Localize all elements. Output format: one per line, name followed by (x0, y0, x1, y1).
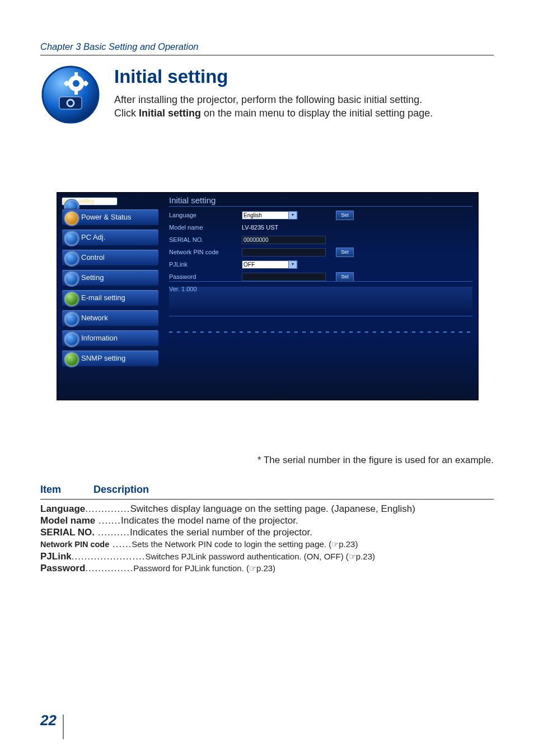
label-password: Password (169, 273, 242, 281)
chevron-down-icon: ▾ (288, 260, 297, 269)
sidebar: Initial setting Power & Status PC Adj. C… (62, 197, 159, 370)
sidebar-item-email[interactable]: E-mail setting (62, 290, 159, 306)
desc-key: Password (40, 563, 85, 573)
sidebar-item-label: Information (81, 333, 118, 343)
pin-input[interactable] (242, 248, 326, 256)
desc-key: Language (40, 503, 85, 514)
page-number: 22 (40, 711, 57, 730)
set-button[interactable]: Set (336, 248, 354, 257)
intro-line2b: on the main menu to display the initial … (201, 108, 433, 119)
sidebar-item-label: Network (81, 313, 108, 323)
sidebar-item-label: E-mail setting (81, 293, 125, 303)
dots: ....................... (72, 551, 146, 562)
svg-rect-5 (74, 90, 78, 95)
page-number-bar (63, 715, 64, 739)
mail-icon (64, 291, 79, 307)
desc-key: Network PIN code (40, 540, 109, 549)
sidebar-item-information[interactable]: Information (62, 330, 159, 347)
screenshot: Initial setting Power & Status PC Adj. C… (57, 192, 479, 400)
desc-val: Indicates the model name of the projecto… (121, 515, 298, 526)
intro-text: After installing the projector, perform … (114, 93, 433, 120)
intro-bold: Initial setting (139, 108, 201, 119)
intro-line1: After installing the projector, perform … (114, 94, 422, 105)
desc-val: Password for PJLink function. (☞p.23) (133, 563, 275, 573)
sidebar-item-snmp[interactable]: SNMP setting (62, 350, 159, 367)
dots: ....... (95, 515, 121, 526)
password-input[interactable] (242, 273, 326, 281)
info-icon (64, 332, 79, 347)
desc-row: PJLink.......................Switches PJ… (40, 550, 494, 562)
desc-val: Switches PJLink password authentication.… (145, 552, 375, 561)
pjlink-select[interactable]: OFF▾ (242, 260, 298, 269)
header-rule (40, 55, 494, 55)
intro-line2a: Click (114, 108, 139, 119)
divider (169, 316, 472, 316)
divider (169, 281, 472, 282)
pc-icon (64, 231, 79, 246)
sidebar-item-label: Control (81, 253, 105, 263)
chevron-down-icon: ▾ (288, 211, 297, 220)
panel-underline (169, 206, 472, 207)
desc-row: SERIAL NO. ..........Indicates the seria… (40, 526, 494, 538)
sidebar-item-control[interactable]: Control (62, 249, 159, 266)
sidebar-item-network[interactable]: Network (62, 310, 159, 326)
table-header: Item Description (40, 483, 494, 496)
label-serial: SERIAL NO. (169, 236, 242, 244)
label-pjlink: PJLink (169, 260, 242, 269)
desc-val: Switches display language on the setting… (130, 503, 415, 514)
model-value: LV-8235 UST (242, 223, 278, 232)
desc-key: SERIAL NO. (40, 527, 95, 538)
desc-val: Indicates the serial number of the proje… (130, 527, 312, 538)
svg-rect-4 (74, 72, 78, 77)
sidebar-item-label: Setting (81, 273, 104, 283)
panel-title: Initial setting (169, 195, 216, 206)
control-icon (64, 251, 79, 267)
desc-key: Model name (40, 515, 95, 526)
form: Language English▾ Set Model name LV-8235… (169, 209, 472, 296)
language-select[interactable]: English▾ (242, 211, 298, 220)
col-item: Item (40, 483, 61, 496)
sidebar-item-label: SNMP setting (81, 353, 125, 363)
svg-point-12 (73, 80, 79, 87)
setting-icon (64, 271, 79, 287)
pjlink-value: OFF (243, 261, 255, 269)
highlight-band (169, 287, 472, 312)
set-button[interactable]: Set (336, 211, 354, 220)
table-rule (40, 499, 494, 500)
language-value: English (243, 212, 262, 220)
label-pin: Network PIN code (169, 248, 242, 256)
desc-row: Network PIN code ......Sets the Network … (40, 538, 494, 550)
intro-block: Initial setting After installing the pro… (40, 64, 494, 125)
dots: .............. (85, 503, 130, 514)
dotted-divider (169, 332, 472, 333)
gear-icon (40, 64, 101, 125)
desc-key: PJLink (40, 551, 72, 562)
figure-caption: * The serial number in the figure is use… (40, 454, 494, 467)
set-button[interactable]: Set (336, 272, 354, 282)
dots: ............... (85, 563, 133, 573)
network-icon (64, 311, 79, 327)
desc-row: Model name .......Indicates the model na… (40, 515, 494, 526)
snmp-icon (64, 352, 79, 367)
description-list: Language..............Switches display l… (40, 503, 494, 575)
desc-val: Sets the Network PIN code to login the s… (132, 539, 358, 549)
label-model: Model name (169, 223, 242, 232)
desc-row: Password...............Password for PJLi… (40, 562, 494, 574)
dots: ...... (109, 539, 132, 549)
svg-rect-1 (59, 97, 82, 109)
power-icon (64, 211, 79, 226)
desc-row: Language..............Switches display l… (40, 503, 494, 515)
sidebar-item-initial-setting[interactable]: Initial setting (62, 197, 118, 206)
col-desc: Description (93, 483, 149, 496)
svg-point-0 (43, 67, 99, 123)
chapter-heading: Chapter 3 Basic Setting and Operation (40, 40, 494, 53)
sidebar-item-setting[interactable]: Setting (62, 269, 159, 286)
dots: .......... (95, 527, 130, 538)
sidebar-item-pc-adj[interactable]: PC Adj. (62, 229, 159, 246)
serial-value: 00000000 (242, 236, 326, 244)
page-title: Initial setting (114, 64, 433, 90)
sidebar-item-power-status[interactable]: Power & Status (62, 209, 159, 226)
label-language: Language (169, 211, 242, 220)
sidebar-item-label: Power & Status (81, 212, 132, 222)
sidebar-item-label: PC Adj. (81, 232, 105, 242)
